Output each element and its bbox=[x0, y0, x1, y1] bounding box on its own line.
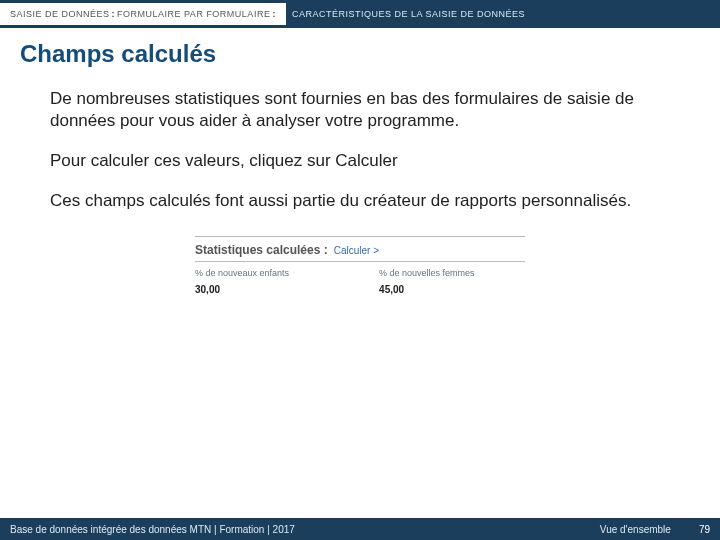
stats-columns: % de nouveaux enfants 30,00 % de nouvell… bbox=[195, 262, 525, 295]
stats-col-1-value: 30,00 bbox=[195, 278, 289, 295]
stats-title: Statistiques calculées : bbox=[195, 243, 328, 257]
stats-header-row: Statistiques calculées : Calculer > bbox=[195, 243, 525, 262]
paragraph-1: De nombreuses statistiques sont fournies… bbox=[50, 88, 670, 132]
paragraph-3: Ces champs calculés font aussi partie du… bbox=[50, 190, 670, 212]
footer-right: Vue d'ensemble 79 bbox=[600, 524, 710, 535]
breadcrumb-text-2: FORMULAIRE PAR FORMULAIRE bbox=[117, 9, 270, 19]
page-number: 79 bbox=[699, 524, 710, 535]
stats-col-2-label: % de nouvelles femmes bbox=[379, 268, 475, 278]
stats-col-2-value: 45,00 bbox=[379, 278, 475, 295]
breadcrumb-sep-2: : bbox=[270, 9, 278, 19]
slide: SAISIE DE DONNÉES : FORMULAIRE PAR FORMU… bbox=[0, 0, 720, 540]
footer-bar: Base de données intégrée des données MTN… bbox=[0, 518, 720, 540]
breadcrumb-sep-1: : bbox=[110, 9, 118, 19]
breadcrumb-text-3: CARACTÉRISTIQUES DE LA SAISIE DE DONNÉES bbox=[286, 9, 525, 19]
breadcrumb-level-1: SAISIE DE DONNÉES : FORMULAIRE PAR FORMU… bbox=[0, 3, 286, 25]
header-bar: SAISIE DE DONNÉES : FORMULAIRE PAR FORMU… bbox=[0, 0, 720, 28]
stats-col-1: % de nouveaux enfants 30,00 bbox=[195, 268, 289, 295]
breadcrumb: SAISIE DE DONNÉES : FORMULAIRE PAR FORMU… bbox=[0, 0, 525, 28]
breadcrumb-text-1: SAISIE DE DONNÉES bbox=[10, 9, 110, 19]
stats-col-1-label: % de nouveaux enfants bbox=[195, 268, 289, 278]
footer-left-text: Base de données intégrée des données MTN… bbox=[10, 524, 295, 535]
stats-figure: Statistiques calculées : Calculer > % de… bbox=[195, 236, 525, 295]
footer-section-label: Vue d'ensemble bbox=[600, 524, 671, 535]
stats-col-2: % de nouvelles femmes 45,00 bbox=[379, 268, 475, 295]
paragraph-2: Pour calculer ces valeurs, cliquez sur C… bbox=[50, 150, 670, 172]
calculate-link[interactable]: Calculer > bbox=[334, 245, 379, 256]
body-content: De nombreuses statistiques sont fournies… bbox=[0, 78, 720, 295]
page-title: Champs calculés bbox=[0, 28, 720, 78]
